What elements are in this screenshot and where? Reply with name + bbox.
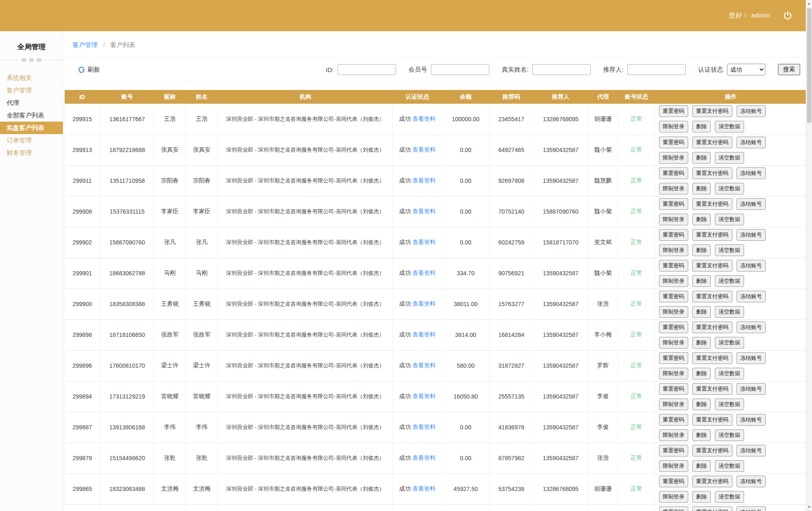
reset-password-button[interactable]: 重置密码 — [659, 229, 688, 241]
delete-button[interactable]: 删除 — [692, 399, 711, 410]
reset-password-button[interactable]: 重置密码 — [659, 260, 688, 272]
delete-button[interactable]: 删除 — [692, 121, 711, 132]
restrict-login-button[interactable]: 限制登录 — [659, 368, 688, 379]
freeze-account-button[interactable]: 冻结账号 — [737, 322, 766, 333]
filter-input-member-no[interactable] — [431, 64, 489, 75]
view-profile-link[interactable]: 查看资料 — [412, 424, 436, 430]
filter-input-id[interactable] — [338, 64, 396, 75]
reset-pay-password-button[interactable]: 重置支付密码 — [692, 105, 732, 117]
restrict-login-button[interactable]: 限制登录 — [659, 399, 688, 410]
restrict-login-button[interactable]: 限制登录 — [659, 275, 688, 287]
freeze-account-button[interactable]: 冻结账号 — [737, 383, 766, 395]
reset-pay-password-button[interactable]: 重置支付密码 — [692, 137, 732, 148]
restrict-login-button[interactable]: 限制登录 — [659, 460, 688, 472]
reset-password-button[interactable]: 重置密码 — [659, 506, 688, 511]
reset-pay-password-button[interactable]: 重置支付密码 — [692, 352, 732, 364]
sidebar-item-live-customers[interactable]: 实盘客户列表 — [0, 122, 63, 134]
reset-pay-password-button[interactable]: 重置支付密码 — [692, 229, 732, 241]
sidebar-item-customer-management[interactable]: 客户管理 — [0, 84, 63, 97]
reset-password-button[interactable]: 重置密码 — [659, 383, 688, 395]
clear-data-button[interactable]: 清空数据 — [715, 152, 744, 164]
reset-pay-password-button[interactable]: 重置支付密码 — [692, 322, 732, 333]
reset-password-button[interactable]: 重置密码 — [659, 352, 688, 364]
restrict-login-button[interactable]: 限制登录 — [659, 244, 688, 256]
view-profile-link[interactable]: 查看资料 — [412, 454, 436, 461]
restrict-login-button[interactable]: 限制登录 — [659, 429, 688, 441]
reset-pay-password-button[interactable]: 重置支付密码 — [692, 414, 732, 426]
view-profile-link[interactable]: 查看资料 — [412, 208, 436, 214]
clear-data-button[interactable]: 清空数据 — [715, 491, 744, 503]
reset-password-button[interactable]: 重置密码 — [659, 137, 688, 148]
sidebar-item-agent[interactable]: 代理 — [0, 97, 63, 109]
reset-password-button[interactable]: 重置密码 — [659, 167, 688, 179]
reset-password-button[interactable]: 重置密码 — [659, 414, 688, 426]
reset-pay-password-button[interactable]: 重置支付密码 — [692, 198, 732, 210]
delete-button[interactable]: 删除 — [692, 275, 711, 287]
delete-button[interactable]: 删除 — [692, 337, 711, 349]
clear-data-button[interactable]: 清空数据 — [715, 121, 744, 132]
sidebar-item-orders[interactable]: 订单管理 — [0, 134, 63, 147]
reset-pay-password-button[interactable]: 重置支付密码 — [692, 383, 732, 395]
filter-input-referrer[interactable] — [627, 64, 686, 75]
view-profile-link[interactable]: 查看资料 — [412, 177, 436, 184]
restrict-login-button[interactable]: 限制登录 — [659, 214, 688, 225]
clear-data-button[interactable]: 清空数据 — [715, 183, 744, 194]
verify-status-select[interactable]: 成功 — [727, 64, 765, 75]
reset-password-button[interactable]: 重置密码 — [659, 291, 688, 302]
clear-data-button[interactable]: 清空数据 — [715, 399, 744, 410]
freeze-account-button[interactable]: 冻结账号 — [737, 414, 766, 426]
restrict-login-button[interactable]: 限制登录 — [659, 152, 688, 164]
scroll-down-arrow-icon[interactable]: ▼ — [806, 504, 812, 511]
clear-data-button[interactable]: 清空数据 — [715, 306, 744, 318]
delete-button[interactable]: 删除 — [692, 152, 711, 164]
reset-pay-password-button[interactable]: 重置支付密码 — [692, 167, 732, 179]
reset-password-button[interactable]: 重置密码 — [659, 322, 688, 333]
freeze-account-button[interactable]: 冻结账号 — [737, 229, 766, 241]
restrict-login-button[interactable]: 限制登录 — [659, 337, 688, 349]
freeze-account-button[interactable]: 冻结账号 — [737, 445, 766, 456]
reset-password-button[interactable]: 重置密码 — [659, 105, 688, 117]
delete-button[interactable]: 删除 — [692, 368, 711, 379]
clear-data-button[interactable]: 清空数据 — [715, 368, 744, 379]
sidebar-item-finance[interactable]: 财务管理 — [0, 147, 63, 159]
view-profile-link[interactable]: 查看资料 — [412, 300, 436, 307]
clear-data-button[interactable]: 清空数据 — [715, 429, 744, 441]
refresh-button[interactable]: 刷新 — [78, 66, 100, 74]
freeze-account-button[interactable]: 冻结账号 — [737, 105, 766, 117]
delete-button[interactable]: 删除 — [692, 214, 711, 225]
delete-button[interactable]: 删除 — [692, 491, 711, 503]
vertical-scrollbar[interactable]: ▲ ▼ — [806, 0, 812, 511]
sidebar-item-all-customers[interactable]: 全部客户列表 — [0, 109, 63, 122]
clear-data-button[interactable]: 清空数据 — [715, 244, 744, 256]
sidebar-item-system[interactable]: 系统相关 — [0, 72, 63, 84]
reset-pay-password-button[interactable]: 重置支付密码 — [692, 445, 732, 456]
clear-data-button[interactable]: 清空数据 — [715, 460, 744, 472]
freeze-account-button[interactable]: 冻结账号 — [737, 198, 766, 210]
delete-button[interactable]: 删除 — [692, 244, 711, 256]
view-profile-link[interactable]: 查看资料 — [412, 331, 436, 338]
reset-pay-password-button[interactable]: 重置支付密码 — [692, 291, 732, 302]
view-profile-link[interactable]: 查看资料 — [412, 393, 436, 399]
view-profile-link[interactable]: 查看资料 — [412, 146, 436, 153]
freeze-account-button[interactable]: 冻结账号 — [737, 260, 766, 272]
freeze-account-button[interactable]: 冻结账号 — [737, 167, 766, 179]
reset-password-button[interactable]: 重置密码 — [659, 476, 688, 487]
restrict-login-button[interactable]: 限制登录 — [659, 183, 688, 194]
delete-button[interactable]: 删除 — [692, 429, 711, 441]
freeze-account-button[interactable]: 冻结账号 — [737, 291, 766, 302]
view-profile-link[interactable]: 查看资料 — [412, 239, 436, 245]
clear-data-button[interactable]: 清空数据 — [715, 275, 744, 287]
delete-button[interactable]: 删除 — [692, 306, 711, 318]
restrict-login-button[interactable]: 限制登录 — [659, 491, 688, 503]
clear-data-button[interactable]: 清空数据 — [715, 337, 744, 349]
search-button[interactable]: 搜索 — [778, 64, 800, 75]
restrict-login-button[interactable]: 限制登录 — [659, 121, 688, 132]
reset-pay-password-button[interactable]: 重置支付密码 — [692, 476, 732, 487]
scroll-up-arrow-icon[interactable]: ▲ — [806, 0, 812, 7]
freeze-account-button[interactable]: 冻结账号 — [737, 476, 766, 487]
view-profile-link[interactable]: 查看资料 — [412, 485, 436, 492]
reset-pay-password-button[interactable]: 重置支付密码 — [692, 260, 732, 272]
view-profile-link[interactable]: 查看资料 — [412, 362, 436, 369]
reset-password-button[interactable]: 重置密码 — [659, 198, 688, 210]
reset-password-button[interactable]: 重置密码 — [659, 445, 688, 456]
